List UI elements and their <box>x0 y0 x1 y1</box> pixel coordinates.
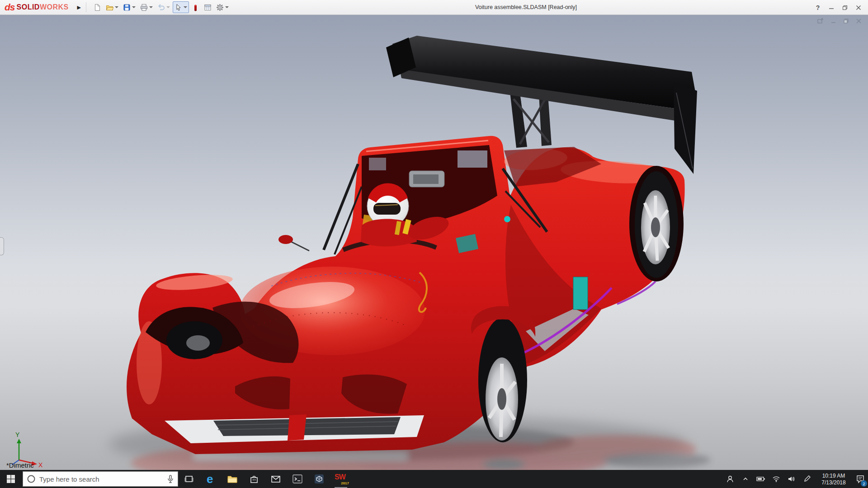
print-icon <box>140 4 148 11</box>
new-document-button[interactable] <box>92 1 103 13</box>
feature-manager-collapsed-tab[interactable] <box>0 237 4 255</box>
dropdown-caret[interactable] <box>225 6 229 8</box>
clock-time: 10:19 AM <box>821 473 845 479</box>
triad-x-label: X <box>38 461 43 469</box>
solidworks-app-icon: SW 2017 <box>334 472 348 486</box>
minimize-icon <box>829 5 834 10</box>
options-button[interactable] <box>214 1 231 13</box>
dropdown-caret[interactable] <box>166 6 170 8</box>
close-icon <box>856 5 861 10</box>
start-button[interactable] <box>0 470 22 488</box>
windows-logo-icon <box>6 474 15 483</box>
restore-icon <box>842 5 848 10</box>
doc-restore-button[interactable] <box>842 17 850 24</box>
notification-badge: 2 <box>861 480 867 487</box>
rear-right-wheel <box>629 166 684 282</box>
dropdown-caret[interactable] <box>115 6 118 8</box>
file-explorer-button[interactable] <box>222 470 243 488</box>
volume-button[interactable] <box>784 470 799 488</box>
svg-text:e: e <box>207 473 213 485</box>
maximize-button[interactable] <box>838 0 852 15</box>
new-window-button[interactable] <box>816 17 825 24</box>
search-input[interactable] <box>39 475 163 483</box>
edge-icon: e <box>205 473 217 485</box>
select-tool-button[interactable] <box>173 1 189 13</box>
edrawings-app-button[interactable] <box>308 470 330 488</box>
doc-close-button[interactable] <box>854 17 863 24</box>
task-view-icon <box>184 474 194 484</box>
quick-access-toolbar <box>92 1 231 13</box>
open-folder-icon <box>106 4 113 11</box>
dropdown-caret[interactable] <box>184 6 187 8</box>
help-button[interactable]: ? <box>811 0 825 15</box>
mail-icon <box>271 474 281 484</box>
pen-button[interactable] <box>799 470 815 488</box>
new-document-icon <box>94 4 101 11</box>
mail-button[interactable] <box>265 470 287 488</box>
appearance-icon <box>192 4 199 11</box>
appearance-button[interactable] <box>190 1 201 13</box>
open-button[interactable] <box>104 1 120 13</box>
gear-icon <box>216 4 224 11</box>
action-center-button[interactable]: 2 <box>853 470 868 488</box>
select-arrow-icon <box>175 4 182 11</box>
undo-button[interactable] <box>156 1 172 13</box>
solidworks-taskbar-button[interactable]: SW 2017 <box>330 470 352 488</box>
edrawings-icon <box>314 474 325 484</box>
close-button[interactable] <box>852 0 865 15</box>
clock-date: 7/13/2018 <box>821 479 845 486</box>
dropdown-caret[interactable] <box>132 6 136 8</box>
race-car-model: Y X <box>0 15 868 470</box>
solidworks-logo: ds SOLIDWORKS <box>0 2 69 13</box>
design-table-button[interactable] <box>202 1 213 13</box>
store-button[interactable] <box>243 470 265 488</box>
task-view-button[interactable] <box>178 470 200 488</box>
view-orientation-label: *Dimetric <box>6 461 34 469</box>
popout-icon <box>817 18 824 24</box>
wifi-icon <box>772 476 780 482</box>
taskbar-search[interactable] <box>23 471 178 487</box>
document-window-controls <box>816 17 863 24</box>
save-icon <box>123 4 131 11</box>
dassault-ds-icon: ds <box>5 2 15 13</box>
battery-icon <box>756 476 765 482</box>
minimize-icon <box>830 18 836 24</box>
toolbar-separator <box>86 2 86 12</box>
system-tray: 10:19 AM 7/13/2018 2 <box>722 470 868 488</box>
chevron-up-icon <box>742 476 749 482</box>
car-body <box>127 136 685 454</box>
brand-works: WORKS <box>40 3 69 11</box>
windows-taskbar: e SW 201 <box>0 470 868 488</box>
network-button[interactable] <box>769 470 784 488</box>
show-hidden-icons-button[interactable] <box>738 470 753 488</box>
console-app-button[interactable] <box>287 470 308 488</box>
design-table-icon <box>204 4 212 11</box>
brand-solid: SOLID <box>17 3 40 11</box>
app-title-bar: ds SOLIDWORKS ▶ <box>0 0 868 15</box>
people-button[interactable] <box>722 470 738 488</box>
menu-expand-button[interactable]: ▶ <box>75 5 83 10</box>
file-explorer-icon <box>227 474 238 484</box>
microphone-icon[interactable] <box>167 474 174 483</box>
triad-y-label: Y <box>15 431 20 438</box>
undo-icon <box>157 4 165 11</box>
close-icon <box>856 18 862 24</box>
graphics-viewport[interactable]: Y X *Dimetric <box>0 15 868 470</box>
save-button[interactable] <box>121 1 137 13</box>
battery-button[interactable] <box>753 470 769 488</box>
clock-button[interactable]: 10:19 AM 7/13/2018 <box>815 470 853 488</box>
restore-icon <box>843 18 849 24</box>
doc-minimize-button[interactable] <box>829 17 837 24</box>
pen-icon <box>803 475 811 483</box>
console-icon <box>292 474 303 484</box>
window-controls: ? <box>811 0 865 15</box>
dropdown-caret[interactable] <box>149 6 153 8</box>
minimize-button[interactable] <box>825 0 838 15</box>
speaker-icon <box>788 476 796 482</box>
edge-button[interactable]: e <box>200 470 222 488</box>
print-button[interactable] <box>138 1 155 13</box>
cortana-icon <box>27 474 36 483</box>
document-title: Voiture assemblee.SLDASM [Read-only] <box>475 4 577 10</box>
store-bag-icon <box>249 474 259 484</box>
people-icon <box>726 475 734 483</box>
